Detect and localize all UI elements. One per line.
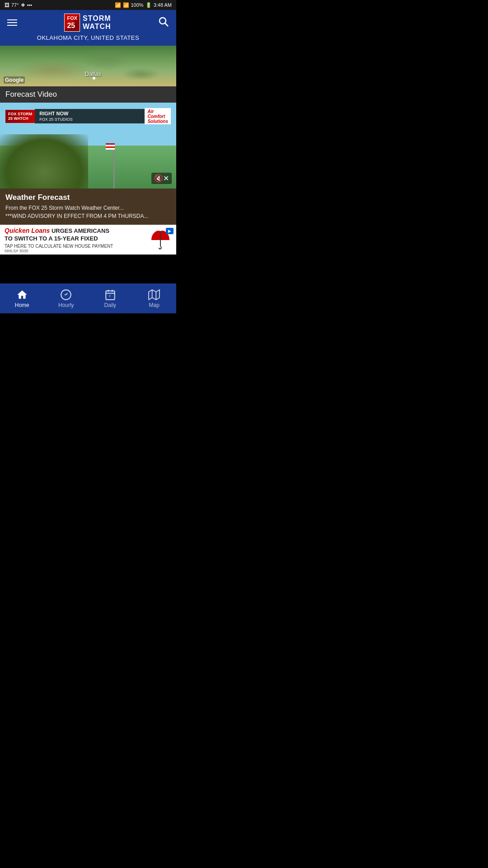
ad-title: Quicken Loans URGES AMERICANSTO SWITCH T… bbox=[5, 226, 149, 243]
wifi-icon: 📶 bbox=[115, 2, 121, 8]
bottom-navigation: Home Hourly 4 Daily Map bbox=[0, 283, 176, 313]
nav-item-home[interactable]: Home bbox=[0, 283, 44, 313]
battery-icon: 🔋 bbox=[145, 2, 152, 8]
svg-text:4: 4 bbox=[109, 294, 111, 298]
home-label: Home bbox=[15, 302, 29, 308]
video-flag bbox=[106, 143, 115, 150]
studio-label: FOX 25 STUDIOS bbox=[39, 117, 140, 122]
mute-button[interactable]: 🔇✕ bbox=[151, 173, 172, 184]
video-background-trees bbox=[0, 134, 88, 189]
ad-brand: Quicken Loans bbox=[5, 227, 50, 234]
svg-line-1 bbox=[165, 23, 168, 26]
right-now-bar: RIGHT NOW FOX 25 STUDIOS bbox=[35, 109, 145, 123]
daily-label: Daily bbox=[104, 302, 116, 308]
time-display: 3:48 AM bbox=[154, 2, 172, 8]
nav-item-map[interactable]: Map bbox=[132, 283, 177, 313]
dropbox-icon: ❖ bbox=[21, 2, 25, 8]
daily-icon: 4 bbox=[104, 289, 116, 301]
temperature-display: 77° bbox=[11, 2, 19, 8]
status-right: 📶 📶 100% 🔋 3:48 AM bbox=[115, 2, 172, 8]
app-logo: FOX 25 STORMWATCH bbox=[64, 14, 111, 32]
weather-description: From the FOX 25 Storm Watch Weather Cent… bbox=[5, 204, 171, 220]
signal-icon: 📶 bbox=[123, 2, 129, 8]
map-view[interactable]: Google Dallas bbox=[0, 46, 176, 86]
status-left: 🖼 77° ❖ ••• bbox=[5, 2, 32, 8]
nav-item-hourly[interactable]: Hourly bbox=[44, 283, 89, 313]
fox-label: FOX bbox=[67, 15, 77, 21]
home-icon bbox=[16, 289, 28, 301]
ad-nmls: NMLS# 3030 bbox=[5, 249, 149, 253]
location-display: OKLAHOMA CITY, UNITED STATES bbox=[37, 34, 139, 41]
status-bar: 🖼 77° ❖ ••• 📶 📶 100% 🔋 3:48 AM bbox=[0, 0, 176, 10]
svg-point-0 bbox=[160, 18, 166, 24]
advertisement-banner[interactable]: Quicken Loans URGES AMERICANSTO SWITCH T… bbox=[0, 225, 176, 255]
dallas-dot bbox=[93, 77, 95, 80]
google-watermark: Google bbox=[4, 76, 25, 84]
weather-title: Weather Forecast bbox=[5, 193, 171, 202]
dallas-label: Dallas bbox=[85, 71, 101, 77]
menu-button[interactable] bbox=[7, 18, 17, 28]
hourly-label: Hourly bbox=[58, 302, 74, 308]
map-label: Map bbox=[149, 302, 160, 308]
battery-label: 100% bbox=[131, 2, 144, 8]
storm-watch-label: STORMWATCH bbox=[83, 14, 111, 31]
channel-number: 25 bbox=[67, 21, 77, 30]
app-header: FOX 25 STORMWATCH OKLAHOMA CITY, UNITED … bbox=[0, 10, 176, 46]
video-flagpole bbox=[113, 143, 115, 189]
map-icon bbox=[148, 289, 160, 301]
right-now-label: RIGHT NOW bbox=[39, 111, 140, 117]
sponsor-logo: AirComfortSolutions bbox=[145, 108, 171, 124]
video-player[interactable]: FOX STORM25 WATCH RIGHT NOW FOX 25 STUDI… bbox=[0, 103, 176, 189]
advisory-text: ***WIND ADVISORY IN EFFECT FROM 4 PM THU… bbox=[5, 213, 149, 219]
photo-icon: 🖼 bbox=[5, 2, 9, 8]
search-button[interactable] bbox=[158, 16, 169, 29]
ellipsis-icon: ••• bbox=[27, 2, 33, 8]
weather-info-section: Weather Forecast From the FOX 25 Storm W… bbox=[0, 189, 176, 225]
forecast-video-section: Forecast Video bbox=[0, 86, 176, 103]
ad-content: Quicken Loans URGES AMERICANSTO SWITCH T… bbox=[5, 226, 149, 253]
ad-subtitle: TAP HERE TO CALCULATE NEW HOUSE PAYMENT bbox=[5, 244, 149, 249]
nav-item-daily[interactable]: 4 Daily bbox=[88, 283, 132, 313]
section-title: Forecast Video bbox=[5, 90, 57, 99]
fox25-bar: FOX STORM25 WATCH bbox=[5, 110, 35, 123]
svg-marker-9 bbox=[149, 290, 160, 300]
ad-play-button[interactable]: ▶ bbox=[166, 228, 174, 234]
hourly-icon bbox=[60, 289, 72, 301]
video-overlay-bar: FOX STORM25 WATCH RIGHT NOW FOX 25 STUDI… bbox=[5, 108, 171, 124]
